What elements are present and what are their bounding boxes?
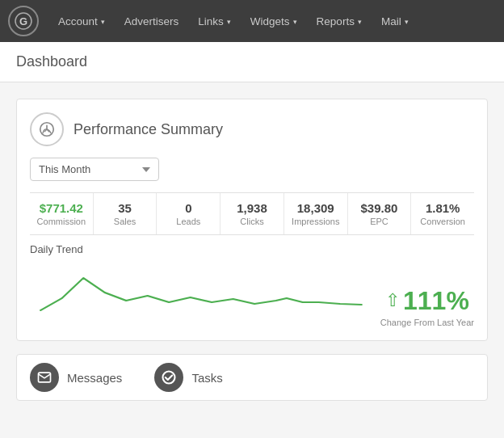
sales-label: Sales: [100, 217, 150, 226]
performance-icon: [30, 112, 64, 146]
main-content: Performance Summary This Month $771.42 C…: [0, 82, 504, 409]
navbar-logo[interactable]: G: [8, 6, 39, 36]
nav-account[interactable]: Account ▾: [48, 0, 115, 42]
leads-label: Leads: [163, 217, 213, 226]
svg-point-5: [163, 372, 175, 384]
messages-icon: [30, 363, 59, 392]
change-pct: 111%: [403, 288, 469, 314]
stat-sales: 35 Sales: [94, 193, 158, 234]
epc-value: $39.80: [355, 201, 405, 215]
performance-card: Performance Summary This Month $771.42 C…: [16, 99, 488, 341]
leads-value: 0: [163, 201, 213, 215]
bottom-row: Messages Tasks: [16, 354, 488, 401]
widgets-arrow-icon: ▾: [293, 18, 297, 26]
nav-advertisers[interactable]: Advertisers: [115, 0, 189, 42]
chart-svg: [30, 262, 372, 329]
commission-value: $771.42: [36, 201, 86, 215]
nav-reports[interactable]: Reports ▾: [307, 0, 372, 42]
chart-title: Daily Trend: [30, 243, 474, 255]
change-label: Change From Last Year: [380, 317, 474, 329]
impressions-value: 18,309: [291, 201, 341, 215]
nav-links[interactable]: Links ▾: [188, 0, 241, 42]
links-arrow-icon: ▾: [227, 18, 231, 26]
badge-row: ⇧ 111%: [385, 288, 469, 314]
stat-leads: 0 Leads: [157, 193, 220, 234]
nav-mail[interactable]: Mail ▾: [372, 0, 418, 42]
stat-epc: $39.80 EPC: [348, 193, 412, 234]
nav-items: Account ▾ Advertisers Links ▾ Widgets ▾ …: [48, 0, 496, 42]
performance-title: Performance Summary: [74, 121, 223, 138]
commission-label: Commission: [36, 217, 86, 226]
chart-badge: ⇧ 111% Change From Last Year: [372, 288, 474, 329]
dropdown-arrow-icon: [142, 167, 150, 172]
chart-container: ⇧ 111% Change From Last Year: [30, 262, 474, 329]
impressions-label: Impressions: [291, 217, 341, 226]
perf-header: Performance Summary: [30, 112, 474, 146]
filter-dropdown[interactable]: This Month: [30, 158, 159, 181]
stat-commission: $771.42 Commission: [30, 193, 94, 234]
epc-label: EPC: [355, 217, 405, 226]
navbar: G Account ▾ Advertisers Links ▾ Widgets …: [0, 0, 504, 42]
sales-value: 35: [100, 201, 150, 215]
account-arrow-icon: ▾: [101, 18, 105, 26]
clicks-label: Clicks: [227, 217, 277, 226]
page-title: Dashboard: [16, 53, 87, 69]
tasks-item[interactable]: Tasks: [154, 363, 222, 392]
tasks-icon: [154, 363, 183, 392]
svg-text:G: G: [19, 15, 27, 27]
chart-area: Daily Trend ⇧ 111% Change From Last Year: [30, 235, 474, 340]
reports-arrow-icon: ▾: [358, 18, 362, 26]
stat-impressions: 18,309 Impressions: [284, 193, 348, 234]
mail-arrow-icon: ▾: [405, 18, 409, 26]
filter-label: This Month: [39, 163, 90, 175]
stats-row: $771.42 Commission 35 Sales 0 Leads 1,93…: [30, 192, 474, 235]
up-arrow-icon: ⇧: [385, 290, 400, 311]
conversion-label: Conversion: [418, 217, 468, 226]
stat-clicks: 1,938 Clicks: [220, 193, 284, 234]
page-header: Dashboard: [0, 42, 504, 82]
messages-label: Messages: [67, 371, 122, 385]
messages-item[interactable]: Messages: [30, 363, 122, 392]
tasks-label: Tasks: [191, 371, 222, 385]
conversion-value: 1.81%: [418, 201, 468, 215]
nav-widgets[interactable]: Widgets ▾: [241, 0, 307, 42]
stat-conversion: 1.81% Conversion: [411, 193, 474, 234]
clicks-value: 1,938: [227, 201, 277, 215]
